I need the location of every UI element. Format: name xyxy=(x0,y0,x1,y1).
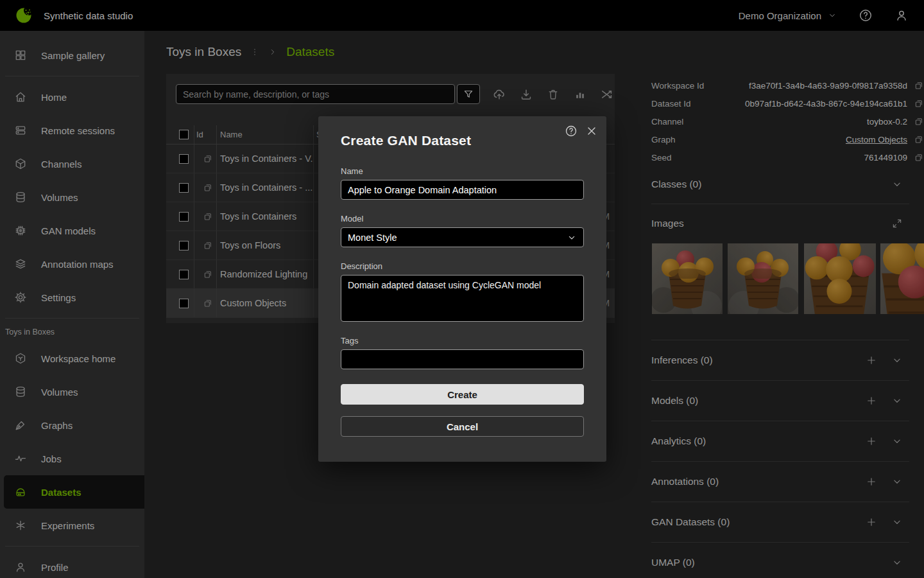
modal-title: Create GAN Dataset xyxy=(341,133,584,148)
help-icon[interactable] xyxy=(565,125,578,137)
name-field-label: Name xyxy=(341,166,584,176)
model-select[interactable]: Monet Style xyxy=(341,227,584,247)
chevron-down-icon xyxy=(567,232,577,243)
description-field-label: Description xyxy=(341,261,584,271)
tags-field[interactable] xyxy=(341,349,584,369)
model-field-label: Model xyxy=(341,214,584,223)
cancel-button[interactable]: Cancel xyxy=(341,416,584,437)
name-field[interactable] xyxy=(341,180,584,200)
description-field[interactable]: Domain adapted dataset using CycleGAN mo… xyxy=(341,275,584,322)
model-select-value: Monet Style xyxy=(348,232,397,243)
close-icon[interactable] xyxy=(585,125,598,137)
create-button[interactable]: Create xyxy=(341,384,584,405)
create-gan-dataset-modal: Create GAN Dataset Name Model Monet Styl… xyxy=(318,116,606,462)
app-root: Synthetic data studio Demo Organization xyxy=(0,0,924,578)
tags-field-label: Tags xyxy=(341,336,584,346)
